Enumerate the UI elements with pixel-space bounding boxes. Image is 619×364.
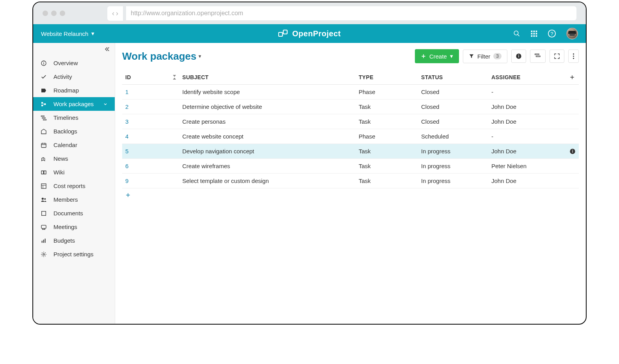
cell-type[interactable]: Task	[356, 114, 418, 129]
cell-assignee[interactable]: -	[488, 85, 566, 99]
cell-subject[interactable]: Develop navigation concept	[179, 144, 356, 159]
sidebar-item-wiki[interactable]: Wiki	[33, 165, 115, 179]
table-row[interactable]: 4Create website conceptPhaseScheduled-	[122, 129, 579, 144]
cell-subject[interactable]: Determine objective of website	[179, 99, 356, 114]
cell-assignee[interactable]: Peter Nielsen	[488, 159, 566, 174]
top-actions: ?	[513, 28, 578, 39]
menu-icon	[40, 183, 47, 189]
cell-id[interactable]: 1	[122, 85, 173, 99]
sidebar-item-members[interactable]: Members	[33, 193, 115, 206]
table-row[interactable]: 3Create personasTaskClosedJohn Doe	[122, 114, 579, 129]
cell-assignee[interactable]: John Doe	[488, 99, 566, 114]
sidebar-item-news[interactable]: News	[33, 152, 115, 165]
row-actions[interactable]	[566, 99, 579, 114]
details-button[interactable]	[511, 50, 526, 63]
table-row[interactable]: 2Determine objective of websiteTaskClose…	[122, 99, 579, 114]
svg-rect-9	[536, 33, 537, 35]
cell-status[interactable]: Closed	[418, 114, 488, 129]
cell-subject[interactable]: Create wireframes	[179, 159, 356, 174]
sidebar-item-timelines[interactable]: Timelines	[33, 111, 115, 124]
timeline-button[interactable]	[530, 50, 546, 63]
cell-status[interactable]: In progress	[418, 174, 488, 188]
col-status[interactable]: STATUS	[418, 70, 488, 85]
table-row[interactable]: 5Develop navigation conceptTaskIn progre…	[122, 144, 579, 159]
add-column-button[interactable]	[566, 70, 579, 85]
svg-rect-50	[572, 151, 573, 153]
url-bar[interactable]: http://www.organization.openproject.com	[126, 6, 576, 20]
sidebar-item-backlogs[interactable]: Backlogs	[33, 124, 115, 138]
cell-type[interactable]: Task	[356, 144, 418, 159]
sidebar-item-budgets[interactable]: Budgets	[33, 234, 115, 247]
user-avatar[interactable]	[566, 28, 578, 39]
cell-subject[interactable]: Select template or custom design	[179, 174, 356, 188]
row-actions[interactable]	[566, 85, 579, 99]
cell-assignee[interactable]: -	[488, 129, 566, 144]
cell-type[interactable]: Phase	[356, 129, 418, 144]
cell-subject[interactable]: Create personas	[179, 114, 356, 129]
add-row-button[interactable]	[122, 188, 579, 202]
sidebar-item-roadmap[interactable]: Roadmap	[33, 83, 115, 97]
cell-id[interactable]: 4	[122, 129, 173, 144]
cell-id[interactable]: 5	[122, 144, 173, 159]
cell-status[interactable]: In progress	[418, 159, 488, 174]
sidebar-item-project-settings[interactable]: Project settings	[33, 247, 115, 261]
cell-id[interactable]: 6	[122, 159, 173, 174]
sidebar-item-activity[interactable]: Activity	[33, 70, 115, 83]
more-button[interactable]	[568, 50, 579, 63]
cell-status[interactable]: Closed	[418, 99, 488, 114]
cell-id[interactable]: 9	[122, 174, 173, 188]
forward-icon[interactable]: ›	[116, 9, 118, 18]
page-title[interactable]: Work packages ▾	[122, 50, 201, 62]
cell-type[interactable]: Task	[356, 99, 418, 114]
cell-type[interactable]: Task	[356, 174, 418, 188]
fullscreen-button[interactable]	[550, 50, 564, 63]
window-dot[interactable]	[60, 11, 65, 16]
cell-id[interactable]: 3	[122, 114, 173, 129]
sidebar-item-label: Overview	[53, 60, 78, 66]
cell-subject[interactable]: Create website concept	[179, 129, 356, 144]
table-row[interactable]: 6Create wireframesTaskIn progressPeter N…	[122, 159, 579, 174]
cell-type[interactable]: Phase	[356, 85, 418, 99]
menu-icon	[40, 60, 47, 66]
table-row[interactable]: 9Select template or custom designTaskIn …	[122, 174, 579, 188]
sidebar-item-cost-reports[interactable]: Cost reports	[33, 179, 115, 193]
sidebar-item-documents[interactable]: Documents	[33, 206, 115, 220]
row-actions[interactable]	[566, 159, 579, 174]
row-actions[interactable]	[566, 114, 579, 129]
sidebar-item-meetings[interactable]: Meetings	[33, 220, 115, 234]
col-subject[interactable]: SUBJECT	[179, 70, 356, 85]
cell-id[interactable]: 2	[122, 99, 173, 114]
cell-status[interactable]: Closed	[418, 85, 488, 99]
row-actions[interactable]	[566, 129, 579, 144]
filter-button[interactable]: Filter 3	[463, 50, 507, 63]
window-dot[interactable]	[51, 11, 57, 16]
cell-type[interactable]: Task	[356, 159, 418, 174]
cell-status[interactable]: In progress	[418, 144, 488, 159]
create-button[interactable]: Create ▾	[415, 49, 459, 63]
menu-icon	[40, 156, 47, 162]
modules-icon[interactable]	[530, 30, 537, 37]
col-assignee[interactable]: ASSIGNEE	[488, 70, 566, 85]
back-icon[interactable]: ‹	[112, 9, 114, 18]
row-actions[interactable]	[566, 174, 579, 188]
cell-assignee[interactable]: John Doe	[488, 114, 566, 129]
help-icon[interactable]: ?	[548, 29, 556, 38]
window-dot[interactable]	[43, 11, 48, 16]
search-icon[interactable]	[513, 30, 520, 37]
cell-subject[interactable]: Identify website scope	[179, 85, 356, 99]
row-actions[interactable]	[566, 144, 579, 159]
col-type[interactable]: TYPE	[356, 70, 418, 85]
sidebar-item-calendar[interactable]: Calendar	[33, 138, 115, 152]
project-selector[interactable]: Website Relaunch ▾	[41, 30, 94, 37]
col-id[interactable]: ID	[122, 70, 173, 85]
cell-assignee[interactable]: John Doe	[488, 174, 566, 188]
caret-down-icon: ▾	[199, 53, 201, 59]
cell-assignee[interactable]: John Doe	[488, 144, 566, 159]
table-row[interactable]: 1Identify website scopePhaseClosed-	[122, 85, 579, 99]
cell-status[interactable]: Scheduled	[418, 129, 488, 144]
collapse-sidebar-icon[interactable]	[104, 46, 110, 52]
sidebar-item-label: Members	[53, 196, 78, 203]
sort-indicator-icon[interactable]	[173, 70, 179, 85]
sidebar-item-work-packages[interactable]: Work packages	[33, 97, 115, 111]
sidebar-item-overview[interactable]: Overview	[33, 56, 115, 70]
